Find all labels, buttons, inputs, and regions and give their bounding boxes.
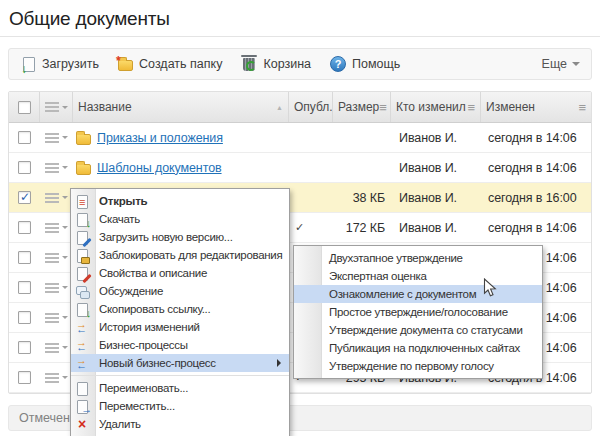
row-menu-icon[interactable] bbox=[40, 373, 73, 383]
submenu-item-publish-to-sites[interactable]: Публикация на подключенных сайтах bbox=[294, 339, 542, 357]
row-checkbox-checked[interactable] bbox=[18, 191, 31, 204]
row-menu-icon[interactable] bbox=[40, 313, 73, 323]
row-menu-icon[interactable] bbox=[40, 163, 73, 173]
help-icon: ? bbox=[330, 56, 346, 72]
menu-item-new-business-process[interactable]: Новый бизнес-процесс bbox=[71, 354, 289, 372]
column-settings-icon[interactable]: ≡ bbox=[578, 101, 586, 114]
row-checkbox[interactable] bbox=[18, 371, 31, 384]
delete-icon bbox=[75, 417, 90, 432]
more-button[interactable]: Еще bbox=[542, 57, 580, 71]
column-settings-icon[interactable]: ≡ bbox=[467, 101, 475, 114]
business-process-icon bbox=[75, 338, 90, 353]
row-checkbox[interactable] bbox=[18, 161, 31, 174]
modified-by-cell: Иванов И. bbox=[391, 191, 481, 205]
menu-separator bbox=[71, 375, 289, 376]
upload-icon bbox=[20, 56, 36, 72]
header-modified[interactable]: Изменен≡ bbox=[481, 92, 591, 122]
submenu-arrow-icon bbox=[277, 359, 285, 367]
business-process-submenu: Двухэтапное утверждение Экспертная оценк… bbox=[293, 245, 543, 379]
modified-cell: сегодня в 14:06 bbox=[481, 131, 591, 145]
grid-menu-icon bbox=[45, 102, 68, 112]
menu-item-rename[interactable]: Переименовать... bbox=[71, 379, 289, 397]
modified-by-cell: Иванов И. bbox=[391, 131, 481, 145]
more-button-label: Еще bbox=[542, 57, 567, 71]
selected-count-label: Отмечен bbox=[19, 411, 70, 425]
download-icon bbox=[75, 212, 90, 227]
header-actions-menu[interactable] bbox=[40, 92, 73, 122]
modified-by-cell: Иванов И. bbox=[391, 161, 481, 175]
menu-item-delete[interactable]: Удалить bbox=[71, 415, 289, 433]
column-settings-icon[interactable]: ≡ bbox=[379, 101, 387, 114]
row-menu-icon[interactable] bbox=[40, 193, 73, 203]
sort-asc-icon: ▲ bbox=[276, 104, 283, 111]
menu-item-move[interactable]: Переместить... bbox=[71, 397, 289, 415]
menu-item-download[interactable]: Скачать bbox=[71, 210, 289, 228]
folder-link[interactable]: Шаблоны документов bbox=[97, 161, 222, 175]
header-size[interactable]: Размер≡ bbox=[333, 92, 391, 122]
row-checkbox[interactable] bbox=[18, 131, 31, 144]
submenu-item-expert-evaluation[interactable]: Экспертная оценка bbox=[294, 267, 542, 285]
toolbar: Загрузить * Создать папку Корзина ? Помо… bbox=[8, 48, 592, 80]
upload-button[interactable]: Загрузить bbox=[20, 56, 99, 72]
new-folder-icon: * bbox=[118, 60, 133, 71]
new-business-process-icon bbox=[75, 356, 90, 371]
folder-icon bbox=[76, 134, 91, 145]
header-name[interactable]: Название▲ bbox=[73, 92, 289, 122]
properties-icon bbox=[75, 266, 90, 281]
modified-cell: сегодня в 14:06 bbox=[481, 221, 591, 235]
shared-documents-page: Общие документы Загрузить * Создать папк… bbox=[0, 8, 600, 436]
help-button-label: Помощь bbox=[352, 57, 400, 71]
menu-item-discussion[interactable]: Обсуждение bbox=[71, 282, 289, 300]
row-checkbox[interactable] bbox=[18, 341, 31, 354]
modified-cell: сегодня в 14:06 bbox=[481, 161, 591, 175]
copy-link-icon bbox=[75, 302, 90, 317]
header-modified-by[interactable]: Кто изменил≡ bbox=[391, 92, 481, 122]
header-published[interactable]: Опубл. bbox=[289, 92, 333, 122]
upload-version-icon bbox=[75, 230, 90, 245]
size-cell: 172 КБ bbox=[333, 221, 391, 235]
row-menu-icon[interactable] bbox=[40, 343, 73, 353]
select-all-checkbox[interactable] bbox=[18, 101, 31, 114]
submenu-item-status-approval[interactable]: Утверждение документа со статусами bbox=[294, 321, 542, 339]
create-folder-button[interactable]: * Создать папку bbox=[118, 57, 222, 71]
folder-link[interactable]: Приказы и положения bbox=[97, 131, 223, 145]
menu-item-lock-for-editing[interactable]: Заблокировать для редактирования bbox=[71, 246, 289, 264]
title-separator bbox=[0, 36, 600, 37]
help-button[interactable]: ? Помощь bbox=[330, 56, 400, 72]
published-mark: ✓ bbox=[289, 221, 333, 234]
menu-item-copy-link[interactable]: Скопировать ссылку... bbox=[71, 300, 289, 318]
table-row-folder[interactable]: Шаблоны документов Иванов И. сегодня в 1… bbox=[9, 153, 591, 183]
menu-item-business-processes[interactable]: Бизнес-процессы bbox=[71, 336, 289, 354]
row-menu-icon[interactable] bbox=[40, 253, 73, 263]
folder-icon bbox=[76, 164, 91, 175]
row-checkbox[interactable] bbox=[18, 251, 31, 264]
menu-item-change-history[interactable]: История изменений bbox=[71, 318, 289, 336]
submenu-item-first-vote-approval[interactable]: Утверждение по первому голосу bbox=[294, 357, 542, 375]
table-header: Название▲ Опубл. Размер≡ Кто изменил≡ Из… bbox=[9, 92, 591, 123]
row-menu-icon[interactable] bbox=[40, 133, 73, 143]
row-menu-icon[interactable] bbox=[40, 223, 73, 233]
lock-icon bbox=[75, 248, 90, 263]
table-row-folder[interactable]: Приказы и положения Иванов И. сегодня в … bbox=[9, 123, 591, 153]
trash-button[interactable]: Корзина bbox=[241, 57, 311, 71]
modified-cell: сегодня в 16:00 bbox=[481, 191, 591, 205]
menu-item-properties[interactable]: Свойства и описание bbox=[71, 264, 289, 282]
open-icon bbox=[75, 194, 90, 209]
row-checkbox[interactable] bbox=[18, 221, 31, 234]
move-icon bbox=[75, 399, 90, 414]
context-menu: Открыть Скачать Загрузить новую версию..… bbox=[70, 188, 290, 436]
submenu-item-simple-approval[interactable]: Простое утверждение/голосование bbox=[294, 303, 542, 321]
size-cell: 38 КБ bbox=[333, 191, 391, 205]
submenu-item-two-stage-approval[interactable]: Двухэтапное утверждение bbox=[294, 249, 542, 267]
menu-item-upload-new-version[interactable]: Загрузить новую версию... bbox=[71, 228, 289, 246]
chevron-down-icon bbox=[572, 62, 580, 70]
menu-item-open[interactable]: Открыть bbox=[71, 192, 289, 210]
trash-button-label: Корзина bbox=[263, 57, 311, 71]
row-checkbox[interactable] bbox=[18, 281, 31, 294]
create-folder-button-label: Создать папку bbox=[139, 57, 222, 71]
modified-by-cell: Иванов И. bbox=[391, 221, 481, 235]
submenu-item-document-review[interactable]: Ознакомление с документом bbox=[294, 285, 542, 303]
row-menu-icon[interactable] bbox=[40, 283, 73, 293]
header-select-all[interactable] bbox=[9, 92, 40, 122]
row-checkbox[interactable] bbox=[18, 311, 31, 324]
